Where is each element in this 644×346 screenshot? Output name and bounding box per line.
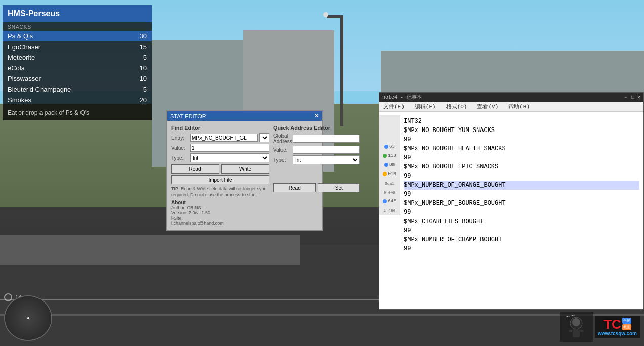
code-line-4: 99 [404,153,639,162]
minimap-inner [5,296,51,340]
indicator-row-6: 01M [379,169,400,179]
hms-item-name-1: EgoChaser [8,43,41,51]
indicator-label-3: 63 [389,144,395,149]
menu-view[interactable]: 查看(V) [475,102,500,111]
indicator-row-5: Bm [379,160,400,169]
spacer [273,166,360,181]
hms-item-3[interactable]: eCola 10 [3,63,152,73]
hms-item-2[interactable]: Meteorite 5 [3,52,152,63]
entry-input[interactable] [190,134,258,142]
stat-editor-title: STAT EDITOR [170,113,206,119]
code-panel-content[interactable]: INT32 $MPx_NO_BOUGHT_YUM_SNACKS 99 $MPx_… [399,115,643,309]
code-line-7: $MPx_NUMBER_OF_ORANGE_BOUGHT [404,181,639,190]
stat-editor-close-button[interactable]: ✕ [314,113,319,119]
indicator-row-8: 0-0AB [379,188,400,197]
indicator-label-5: Bm [389,162,395,167]
hms-item-6[interactable]: Smokes 20 [3,95,152,105]
value-row: Value: [171,144,269,152]
entry-dropdown[interactable] [259,133,269,142]
indicator-row-1 [379,124,400,133]
read-button[interactable]: Read [171,164,219,174]
global-address-input[interactable] [293,135,360,143]
indicator-row-3: 63 [379,142,400,151]
indicator-row-10: 1-480 [379,206,400,215]
indicator-label-10: 1-480 [383,208,395,213]
read-write-buttons: Read Write [171,164,269,174]
menu-edit[interactable]: 编辑(E) [413,102,438,111]
code-panel-titlebar: note4 - 记事本 － □ ✕ [379,93,643,102]
about-title: About [171,200,269,205]
indicator-label-9: 64E [388,199,396,204]
type-select[interactable]: Int Float Bool [190,153,269,162]
indicator-row-4: 118 [379,151,400,160]
menu-help[interactable]: 帮助(H) [506,102,532,111]
indicator-dot-3 [384,145,388,149]
watermark-logo-box: TC 全屏 截图 www.tcsqw.com [595,316,640,338]
indicator-row-9: 64E [379,197,400,206]
indicator-label-8: 0-0AB [383,190,395,195]
svg-text:〜: 〜 [566,315,570,319]
menu-format[interactable]: 格式(O) [444,102,469,111]
svg-rect-4 [573,329,580,337]
indicator-dot-9 [383,199,387,203]
minimap [4,295,52,341]
hms-description: Eat or drop a pack of Ps & Q's [3,105,152,120]
watermark: 〜 〜 TC 全屏 截图 www.tcsqw.com [560,312,640,342]
code-panel: note4 - 记事本 － □ ✕ 文件(F) 编辑(E) 格式(O) 查看(V… [379,92,644,310]
type-row: Type: Int Float Bool [171,153,269,162]
set-button[interactable]: Set [318,183,360,192]
street-light-arm [327,15,343,18]
global-value-label: Value: [273,147,291,153]
hms-item-value-5: 5 [143,85,147,93]
street-light-bulb [323,12,328,17]
hms-item-4[interactable]: Pisswasser 10 [3,73,152,84]
write-button[interactable]: Write [221,164,269,174]
code-line-2: 99 [404,135,639,144]
hms-item-value-1: 15 [140,43,147,51]
value-label: Value: [171,145,189,151]
global-type-row: Type: Int [273,155,360,164]
code-line-1: $MPx_NO_BOUGHT_YUM_SNACKS [404,126,639,135]
code-panel-menubar: 文件(F) 编辑(E) 格式(O) 查看(V) 帮助(H) [379,102,643,112]
tc-logo-text: TC [603,318,621,331]
svg-rect-6 [580,330,584,332]
watermark-logo-text: TC 全屏 截图 [603,318,631,331]
indicator-label-7: Gual [385,181,394,186]
hms-item-5[interactable]: Bleuter'd Champagne 5 [3,84,152,95]
road-marking [0,314,644,316]
hms-item-value-3: 10 [140,64,147,72]
watermark-character: 〜 〜 [560,312,593,342]
author-text: Author: CRINSL [171,205,269,210]
find-editor-section: Find Editor Entry: Value: Type: Int Floa… [171,125,269,226]
svg-rect-5 [569,330,573,332]
global-address-label: Global Address: [273,133,291,144]
link-text: l-Site: [171,215,269,221]
watermark-icons: 全屏 截图 [622,318,631,330]
hms-item-name-5: Bleuter'd Champagne [8,85,71,93]
value-input[interactable] [190,144,269,152]
stat-editor-dialog: STAT EDITOR ✕ Find Editor Entry: Value: … [166,110,323,231]
read-button-2[interactable]: Read [273,183,316,192]
import-file-button[interactable]: Import File [171,175,269,184]
screenshot-icon: 截图 [622,324,631,330]
hms-item-0[interactable]: Ps & Q's 30 [3,31,152,41]
character-svg: 〜 〜 [564,313,589,341]
code-line-6: 99 [404,171,639,181]
global-type-select[interactable]: Int [293,155,360,164]
type-label: Type: [171,155,189,161]
read-set-buttons: Read Set [273,183,360,192]
tip-text: Read & Write field data will no-longer s… [171,186,266,197]
hms-item-name-3: eCola [8,64,25,72]
circle-icon [4,293,12,301]
code-panel-title: note4 - 记事本 [382,94,422,101]
editor-info: About Author: CRINSL Version: 2.0/v: 1.5… [171,200,269,226]
menu-file[interactable]: 文件(F) [381,102,407,111]
global-value-input[interactable] [293,146,360,154]
find-editor-title: Find Editor [171,125,269,131]
quick-address-section: Quick Address Editor Global Address: Val… [273,125,360,226]
hms-item-1[interactable]: EgoChaser 15 [3,41,152,52]
hms-item-value-0: 30 [140,32,147,40]
screenshot-label: 截图 [623,325,630,330]
hms-item-name-0: Ps & Q's [8,32,33,40]
global-address-row: Global Address: [273,133,360,144]
